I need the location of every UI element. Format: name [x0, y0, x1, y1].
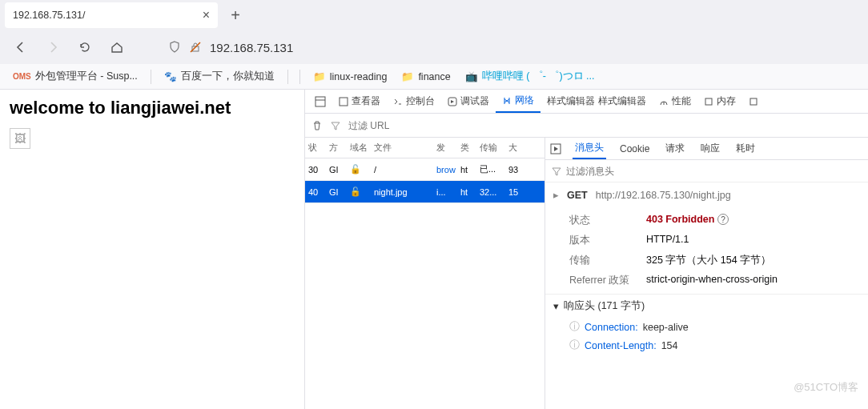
help-icon[interactable]: ? — [717, 214, 729, 225]
page-heading: welcome to liangjiawei.net — [10, 98, 295, 118]
help-icon[interactable]: ⓘ — [569, 320, 580, 334]
baidu-icon: 🐾 — [164, 70, 177, 82]
close-tab-icon[interactable]: × — [203, 8, 210, 22]
bookmark-oms[interactable]: OMS外包管理平台 - Susp... — [8, 67, 143, 86]
tab-more[interactable] — [742, 90, 765, 113]
request-row-nightjpg[interactable]: 40 GI 🔓 night.jpg i... ht 32... 15 — [305, 181, 545, 203]
bookmark-bilibili[interactable]: 📺哔哩哔哩 ( ゜- ゜)つロ ... — [460, 67, 600, 86]
devtools-panel: 查看器 控制台 调试器 网络 样式编辑器样式编辑器 性能 内存 状 方 域名 文… — [304, 90, 868, 409]
detail-filter-row — [545, 160, 868, 182]
tab-network[interactable]: 网络 — [496, 90, 540, 113]
bookmark-baidu[interactable]: 🐾百度一下，你就知道 — [159, 67, 279, 86]
filter-headers-input[interactable] — [566, 166, 862, 177]
response-header-row: ⓘConnection:keep-alive — [545, 318, 868, 336]
trash-icon[interactable] — [311, 120, 323, 131]
tab-strip: 192.168.75.131/ × + — [0, 0, 868, 30]
svg-rect-4 — [340, 98, 348, 106]
chevron-right-icon[interactable]: ▸ — [553, 189, 559, 201]
response-headers-section[interactable]: ▾ 响应头 (171 字节) — [545, 294, 868, 318]
network-body: 状 方 域名 文件 发 类 传输 大 30 GI 🔓 / brow ht 已..… — [305, 138, 868, 409]
navigation-bar: 192.168.75.131 — [0, 30, 868, 64]
tab-console[interactable]: 控制台 — [387, 90, 441, 113]
tab-inspector[interactable]: 查看器 — [332, 90, 387, 113]
filter-icon[interactable] — [331, 121, 340, 130]
detail-tabs: 消息头 Cookie 请求 响应 耗时 — [545, 138, 868, 160]
broken-image-icon: 🖼 — [10, 128, 30, 149]
detail-tab-headers[interactable]: 消息头 — [573, 138, 606, 159]
lock-slash-icon: 🔓 — [347, 164, 371, 174]
tab-performance[interactable]: 性能 — [653, 90, 697, 113]
reload-button[interactable] — [72, 34, 98, 60]
general-headers: 状态403 Forbidden ? 版本HTTP/1.1 传输325 字节（大小… — [545, 207, 868, 294]
request-row-root[interactable]: 30 GI 🔓 / brow ht 已... 93 — [305, 158, 545, 181]
detail-tab-timings[interactable]: 耗时 — [733, 138, 757, 159]
new-tab-button[interactable]: + — [224, 4, 247, 26]
svg-rect-2 — [315, 97, 325, 106]
devtools-tabs: 查看器 控制台 调试器 网络 样式编辑器样式编辑器 性能 内存 — [305, 90, 868, 114]
lock-insecure-icon — [189, 41, 202, 54]
svg-rect-6 — [705, 98, 712, 105]
detail-tab-response[interactable]: 响应 — [698, 138, 722, 159]
tab-debugger[interactable]: 调试器 — [441, 90, 496, 113]
tab-style-editor[interactable]: 样式编辑器样式编辑器 — [540, 90, 653, 113]
home-button[interactable] — [104, 34, 130, 60]
lock-slash-icon: 🔓 — [347, 186, 371, 197]
chevron-down-icon: ▾ — [553, 300, 559, 312]
oms-icon: OMS — [13, 72, 31, 81]
bookmarks-bar: OMS外包管理平台 - Susp... 🐾百度一下，你就知道 📁linux-re… — [0, 64, 868, 90]
shield-icon — [168, 41, 181, 54]
detail-tab-cookie[interactable]: Cookie — [617, 138, 652, 159]
devtools-dock-button[interactable] — [308, 90, 332, 113]
filter-icon[interactable] — [552, 166, 561, 176]
url-text: 192.168.75.131 — [210, 41, 293, 54]
page-viewport: welcome to liangjiawei.net 🖼 — [0, 90, 304, 409]
request-method: GET — [567, 190, 588, 201]
request-detail-pane: 消息头 Cookie 请求 响应 耗时 ▸ GET http://192.168… — [545, 138, 868, 409]
network-toolbar — [305, 114, 868, 138]
address-bar[interactable]: 192.168.75.131 — [160, 34, 860, 61]
filter-url-input[interactable] — [348, 120, 862, 131]
forward-button — [40, 34, 66, 60]
svg-rect-7 — [750, 98, 757, 105]
watermark: @51CTO博客 — [794, 380, 858, 395]
request-url: http://192.168.75.130/night.jpg — [596, 190, 731, 201]
browser-tab[interactable]: 192.168.75.131/ × — [5, 2, 218, 28]
content-area: welcome to liangjiawei.net 🖼 查看器 控制台 调试器… — [0, 90, 868, 409]
network-request-list: 状 方 域名 文件 发 类 传输 大 30 GI 🔓 / brow ht 已..… — [305, 138, 545, 409]
response-header-row: ⓘContent-Length:154 — [545, 336, 868, 355]
tab-title: 192.168.75.131/ — [13, 10, 85, 21]
detail-play-icon[interactable] — [550, 143, 561, 154]
network-columns-header: 状 方 域名 文件 发 类 传输 大 — [305, 138, 545, 158]
back-button[interactable] — [8, 34, 34, 60]
status-code: 403 Forbidden — [646, 214, 714, 225]
folder-icon: 📁 — [401, 70, 414, 82]
bookmark-folder-linux[interactable]: 📁linux-reading — [308, 68, 392, 85]
folder-icon: 📁 — [313, 70, 326, 82]
tab-memory[interactable]: 内存 — [697, 90, 742, 113]
bookmark-folder-finance[interactable]: 📁finance — [396, 68, 455, 85]
request-summary: ▸ GET http://192.168.75.130/night.jpg — [545, 182, 868, 207]
detail-tab-request[interactable]: 请求 — [663, 138, 687, 159]
bilibili-icon: 📺 — [465, 70, 478, 82]
help-icon[interactable]: ⓘ — [569, 339, 580, 352]
